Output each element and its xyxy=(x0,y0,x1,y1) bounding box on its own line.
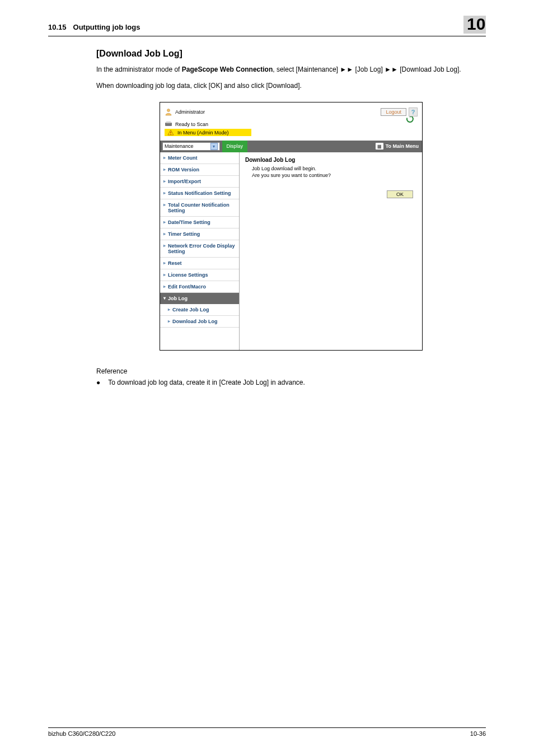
triangle-icon: ▸ xyxy=(163,260,166,266)
sidebar-subitem-create-job-log[interactable]: ▸Create Job Log xyxy=(160,304,239,316)
svg-point-0 xyxy=(167,109,170,112)
triangle-icon: ▸ xyxy=(163,272,166,278)
triangle-icon: ▸ xyxy=(163,231,166,237)
sidebar-subitem-download-job-log[interactable]: ▸Download Job Log xyxy=(160,316,239,328)
chevron-down-icon: ▾ xyxy=(210,143,218,150)
paragraph-instruction-1: In the administrator mode of PageScope W… xyxy=(96,64,486,75)
sidebar-item-label: Total Counter Notification Setting xyxy=(168,202,236,213)
triangle-icon: ▸ xyxy=(163,202,166,213)
status-ready: Ready to Scan xyxy=(165,121,418,127)
section-number: 10.15 xyxy=(48,23,67,31)
sidebar-item-label: Edit Font/Macro xyxy=(168,284,206,290)
product-name: PageScope Web Connection xyxy=(182,66,273,73)
help-icon[interactable]: ? xyxy=(409,108,418,116)
sidebar-subitem-label: Download Job Log xyxy=(172,319,218,324)
sidebar-item-label: Meter Count xyxy=(168,155,198,161)
reference-bullet: ● To download job log data, create it in… xyxy=(96,377,486,388)
sidebar: ▸Meter Count ▸ROM Version ▸Import/Export… xyxy=(160,152,240,350)
footer-model: bizhub C360/C280/C220 xyxy=(48,730,115,737)
sidebar-item-rom-version[interactable]: ▸ROM Version xyxy=(160,164,239,176)
reference-bullet-text: To download job log data, create it in [… xyxy=(108,377,305,388)
triangle-icon: ▸ xyxy=(168,307,170,312)
status-ready-label: Ready to Scan xyxy=(175,122,208,127)
sidebar-item-status-notification[interactable]: ▸Status Notification Setting xyxy=(160,188,239,199)
triangle-icon: ▸ xyxy=(163,220,166,225)
to-main-menu-label: To Main Menu xyxy=(386,143,419,149)
main-panel: Download Job Log Job Log download will b… xyxy=(240,152,422,350)
sidebar-group-label: Job Log xyxy=(168,296,188,301)
tab-bar: Maintenance ▾ Display ▦ To Main Menu xyxy=(160,141,422,152)
svg-rect-2 xyxy=(166,122,171,123)
text-fragment: , select [Maintenance] xyxy=(273,66,340,73)
arrow-icon: ►► xyxy=(385,64,398,75)
triangle-icon: ▸ xyxy=(163,284,166,290)
panel-title: Download Job Log xyxy=(245,157,416,163)
chapter-badge: 10 xyxy=(463,16,486,34)
to-main-menu-button[interactable]: ▦ To Main Menu xyxy=(372,141,422,152)
ok-button[interactable]: OK xyxy=(387,190,413,198)
triangle-icon: ▸ xyxy=(163,243,166,254)
text-fragment: In the administrator mode of xyxy=(96,66,182,73)
svg-rect-4 xyxy=(170,134,171,134)
sidebar-item-date-time[interactable]: ▸Date/Time Setting xyxy=(160,217,239,228)
heading-download-job-log: [Download Job Log] xyxy=(96,49,486,59)
status-admin-mode: In Menu (Admin Mode) xyxy=(165,129,251,136)
sidebar-item-reset[interactable]: ▸Reset xyxy=(160,258,239,269)
embedded-screenshot: Administrator Logout ? Ready to Scan xyxy=(160,102,423,351)
reference-label: Reference xyxy=(96,367,486,375)
select-value: Maintenance xyxy=(165,143,194,149)
sidebar-item-label: Timer Setting xyxy=(168,231,200,237)
category-select[interactable]: Maintenance ▾ xyxy=(162,142,220,151)
menu-icon: ▦ xyxy=(376,143,383,150)
paragraph-instruction-2: When downloading job log data, click [OK… xyxy=(96,81,486,91)
triangle-icon: ▸ xyxy=(163,179,166,184)
printer-icon xyxy=(165,121,172,127)
panel-message-2: Are you sure you want to continue? xyxy=(252,172,416,179)
sidebar-item-label: Import/Export xyxy=(168,179,201,184)
sidebar-item-timer[interactable]: ▸Timer Setting xyxy=(160,228,239,240)
sidebar-item-label: Date/Time Setting xyxy=(168,220,210,225)
footer-page-number: 10-36 xyxy=(470,730,486,737)
page-footer: bizhub C360/C280/C220 10-36 xyxy=(48,727,486,737)
sidebar-item-import-export[interactable]: ▸Import/Export xyxy=(160,176,239,188)
triangle-icon: ▸ xyxy=(163,167,166,172)
triangle-icon: ▸ xyxy=(163,190,166,196)
sidebar-item-label: License Settings xyxy=(168,272,208,278)
sidebar-subitem-label: Create Job Log xyxy=(172,307,209,312)
text-fragment: [Job Log] xyxy=(353,66,385,73)
section-title: Outputting job logs xyxy=(73,23,463,31)
triangle-icon: ▸ xyxy=(163,155,166,161)
triangle-icon: ▸ xyxy=(168,319,170,324)
bullet-icon: ● xyxy=(96,377,100,388)
sidebar-item-label: Network Error Code Display Setting xyxy=(168,243,236,254)
sidebar-item-label: Reset xyxy=(168,260,182,266)
sidebar-item-label: Status Notification Setting xyxy=(168,190,231,196)
warning-icon xyxy=(167,129,175,136)
page-header: 10.15 Outputting job logs 10 xyxy=(48,16,486,36)
panel-message-1: Job Log download will begin. xyxy=(252,165,416,172)
svg-rect-3 xyxy=(170,132,171,133)
sidebar-item-edit-font[interactable]: ▸Edit Font/Macro xyxy=(160,281,239,293)
arrow-icon: ►► xyxy=(340,64,353,75)
status-admin-label: In Menu (Admin Mode) xyxy=(177,130,229,136)
sidebar-item-label: ROM Version xyxy=(168,167,199,172)
administrator-icon xyxy=(165,108,172,116)
sidebar-item-total-counter[interactable]: ▸Total Counter Notification Setting xyxy=(160,199,239,217)
administrator-label: Administrator xyxy=(175,109,205,115)
display-button[interactable]: Display xyxy=(222,141,248,152)
sidebar-item-meter-count[interactable]: ▸Meter Count xyxy=(160,152,239,164)
logout-button[interactable]: Logout xyxy=(381,108,406,116)
text-fragment: [Download Job Log]. xyxy=(398,66,461,73)
sidebar-item-network-error[interactable]: ▸Network Error Code Display Setting xyxy=(160,240,239,258)
triangle-down-icon: ▾ xyxy=(163,296,166,301)
sidebar-item-license[interactable]: ▸License Settings xyxy=(160,269,239,281)
sidebar-group-job-log[interactable]: ▾Job Log xyxy=(160,293,239,304)
